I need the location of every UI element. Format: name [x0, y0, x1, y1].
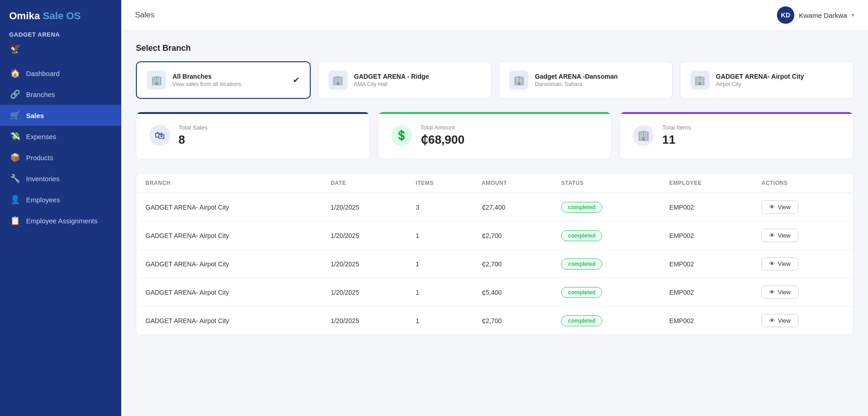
products-icon: 📦 — [10, 152, 20, 162]
branch-cards-row: 🏢 All Branches View sales from all locat… — [136, 61, 853, 99]
sales-table: BRANCHDATEITEMSAMOUNTSTATUSEMPLOYEEACTIO… — [136, 173, 853, 335]
sidebar-label-branches: Branches — [26, 91, 55, 98]
branch-icon-all: 🏢 — [147, 70, 166, 90]
cell-actions-4: 👁 View — [752, 307, 853, 335]
cell-amount-2: ₵2,700 — [473, 250, 552, 278]
table-body: GADGET ARENA- Airpot City 1/20/2025 3 ₵2… — [136, 193, 853, 335]
stat-icon-total-amount: 💲 — [391, 125, 412, 146]
cell-branch-0: GADGET ARENA- Airpot City — [136, 193, 322, 222]
stat-card-total-items: 🏢 Total Items 11 — [620, 112, 853, 159]
branch-card-ridge[interactable]: 🏢 GADGET ARENA - Ridge AMA City Hall — [318, 61, 492, 99]
header: Sales KD Kwame Darkwa ▾ — [121, 0, 868, 31]
company-eagle-icon: 🦅 — [0, 41, 121, 59]
branch-icon-ridge: 🏢 — [329, 70, 348, 90]
branch-sub-dansoman: Dansoman, Sahara — [535, 81, 662, 87]
sidebar-item-products[interactable]: 📦Products — [0, 147, 121, 168]
user-avatar: KD — [777, 6, 794, 24]
col-items: ITEMS — [407, 173, 473, 193]
sidebar-label-expenses: Expenses — [26, 133, 56, 140]
branch-info-ridge: GADGET ARENA - Ridge AMA City Hall — [354, 73, 481, 87]
sidebar-item-inventories[interactable]: 🔧Inventories — [0, 168, 121, 189]
cell-status-3: completed — [552, 278, 660, 307]
branch-sub-all: View sales from all locations — [173, 81, 286, 87]
branch-name-dansoman: Gadget ARENA -Dansoman — [535, 73, 662, 80]
view-button-3[interactable]: 👁 View — [761, 286, 798, 299]
view-button-2[interactable]: 👁 View — [761, 257, 798, 270]
cell-date-0: 1/20/2025 — [322, 193, 407, 222]
dashboard-icon: 🏠 — [10, 68, 20, 78]
sidebar-item-dashboard[interactable]: 🏠Dashboard — [0, 63, 121, 84]
branch-name-all: All Branches — [173, 73, 286, 80]
sidebar-nav: 🏠Dashboard🔗Branches🛒Sales💸Expenses📦Produ… — [0, 63, 121, 231]
table-row: GADGET ARENA- Airpot City 1/20/2025 1 ₵2… — [136, 222, 853, 250]
stat-card-total-sales: 🛍 Total Sales 8 — [136, 112, 370, 159]
view-button-1[interactable]: 👁 View — [761, 229, 798, 242]
col-branch: BRANCH — [136, 173, 322, 193]
cell-actions-1: 👁 View — [752, 222, 853, 250]
status-badge-1: completed — [561, 230, 602, 241]
app-logo: Omika Sale OS — [0, 0, 121, 27]
cell-date-4: 1/20/2025 — [322, 307, 407, 335]
user-menu[interactable]: KD Kwame Darkwa ▾ — [777, 6, 854, 24]
sales-icon: 🛒 — [10, 110, 20, 120]
stat-label-total-amount: Total Amount — [421, 124, 465, 131]
stat-text-total-amount: Total Amount ₵68,900 — [421, 124, 465, 147]
cell-actions-2: 👁 View — [752, 250, 853, 278]
cell-status-2: completed — [552, 250, 660, 278]
col-status: STATUS — [552, 173, 660, 193]
stat-label-total-sales: Total Sales — [178, 124, 208, 131]
stat-bar-total-items — [620, 112, 853, 114]
sidebar-item-expenses[interactable]: 💸Expenses — [0, 126, 121, 147]
view-button-0[interactable]: 👁 View — [761, 200, 798, 214]
cell-branch-4: GADGET ARENA- Airpot City — [136, 307, 322, 335]
branch-info-airpot: GADGET ARENA- Airpot City Airpot City — [716, 73, 843, 87]
branch-card-airpot[interactable]: 🏢 GADGET ARENA- Airpot City Airpot City — [680, 61, 854, 99]
app-name-part2: Sale OS — [40, 10, 81, 22]
sidebar-item-sales[interactable]: 🛒Sales — [0, 105, 121, 126]
branches-icon: 🔗 — [10, 89, 20, 99]
stat-icon-total-sales: 🛍 — [149, 125, 170, 146]
branch-info-all: All Branches View sales from all locatio… — [173, 73, 286, 87]
cell-branch-2: GADGET ARENA- Airpot City — [136, 250, 322, 278]
eye-icon-4: 👁 — [769, 317, 775, 324]
inventories-icon: 🔧 — [10, 173, 20, 184]
sidebar-item-employee-assignments[interactable]: 📋Employee Assignments — [0, 210, 121, 231]
stat-text-total-items: Total Items 11 — [662, 124, 691, 147]
sidebar-label-inventories: Inventories — [26, 175, 59, 183]
sidebar-item-branches[interactable]: 🔗Branches — [0, 84, 121, 105]
status-badge-2: completed — [561, 259, 602, 270]
stat-bar-total-amount — [378, 112, 611, 114]
table-row: GADGET ARENA- Airpot City 1/20/2025 3 ₵2… — [136, 193, 853, 222]
sidebar-label-products: Products — [26, 154, 53, 162]
cell-items-4: 1 — [407, 307, 473, 335]
table-row: GADGET ARENA- Airpot City 1/20/2025 1 ₵5… — [136, 278, 853, 307]
stat-label-total-items: Total Items — [662, 124, 691, 131]
table-row: GADGET ARENA- Airpot City 1/20/2025 1 ₵2… — [136, 307, 853, 335]
cell-amount-1: ₵2,700 — [473, 222, 552, 250]
select-branch-title: Select Branch — [136, 43, 853, 53]
cell-date-1: 1/20/2025 — [322, 222, 407, 250]
cell-employee-0: EMP002 — [660, 193, 752, 222]
cell-status-4: completed — [552, 307, 660, 335]
branch-card-dansoman[interactable]: 🏢 Gadget ARENA -Dansoman Dansoman, Sahar… — [499, 61, 673, 99]
cell-actions-0: 👁 View — [752, 193, 853, 222]
status-badge-0: completed — [561, 202, 602, 213]
sidebar-label-employee-assignments: Employee Assignments — [26, 217, 97, 225]
cell-branch-3: GADGET ARENA- Airpot City — [136, 278, 322, 307]
eye-icon-0: 👁 — [769, 204, 775, 211]
view-button-4[interactable]: 👁 View — [761, 314, 798, 327]
branch-card-all[interactable]: 🏢 All Branches View sales from all locat… — [136, 61, 311, 99]
username-label: Kwame Darkwa — [799, 11, 847, 19]
branch-info-dansoman: Gadget ARENA -Dansoman Dansoman, Sahara — [535, 73, 662, 87]
sidebar-item-employees[interactable]: 👤Employees — [0, 189, 121, 210]
cell-amount-4: ₵2,700 — [473, 307, 552, 335]
cell-employee-2: EMP002 — [660, 250, 752, 278]
stat-value-total-amount: ₵68,900 — [421, 133, 465, 147]
sidebar: Omika Sale OS GADGET ARENA 🦅 🏠Dashboard🔗… — [0, 0, 121, 416]
eye-icon-1: 👁 — [769, 232, 775, 239]
col-date: DATE — [322, 173, 407, 193]
stat-text-total-sales: Total Sales 8 — [178, 124, 208, 147]
sidebar-label-dashboard: Dashboard — [26, 70, 59, 77]
cell-items-1: 1 — [407, 222, 473, 250]
cell-amount-3: ₵5,400 — [473, 278, 552, 307]
